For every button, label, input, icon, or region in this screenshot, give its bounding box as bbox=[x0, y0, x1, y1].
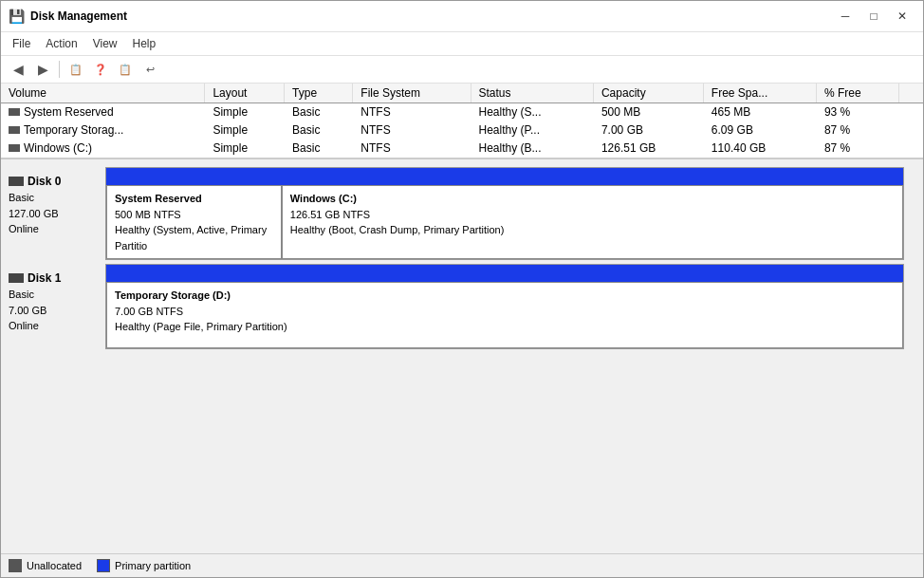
progress-segment bbox=[106, 265, 903, 282]
col-type: Basic bbox=[285, 121, 353, 140]
legend-bar: Unallocated Primary partition bbox=[1, 553, 923, 577]
col-capacity: 7.00 GB bbox=[593, 121, 703, 140]
disk-progress-bar bbox=[106, 168, 903, 185]
table-header-row: Volume Layout Type File System Status Ca… bbox=[1, 84, 923, 103]
cell-volume: Windows (C:) bbox=[1, 140, 205, 158]
disk-container: Disk 0 Basic 127.00 GB Online System Res… bbox=[1, 159, 923, 357]
progress-segment bbox=[282, 168, 903, 185]
col-pctfree: 87 % bbox=[816, 121, 898, 140]
cell-volume: Temporary Storag... bbox=[1, 121, 205, 140]
col-filesystem: NTFS bbox=[353, 121, 471, 140]
disk-partitions: Temporary Storage (D:) 7.00 GB NTFS Heal… bbox=[106, 282, 903, 348]
disk-bar-area-disk0: System Reserved 500 MB NTFS Healthy (Sys… bbox=[105, 167, 904, 260]
disk-row-disk0: Disk 0 Basic 127.00 GB Online System Res… bbox=[1, 167, 923, 260]
col-capacity[interactable]: Capacity bbox=[593, 84, 703, 103]
col-status[interactable]: Status bbox=[471, 84, 593, 103]
col-layout[interactable]: Layout bbox=[205, 84, 285, 103]
partition-size: 500 MB NTFS bbox=[115, 207, 273, 223]
app-icon: 💾 bbox=[9, 9, 25, 24]
partition-name: System Reserved bbox=[115, 191, 273, 207]
partition-size: 126.51 GB NTFS bbox=[290, 207, 895, 223]
table-row[interactable]: Temporary Storag...SimpleBasicNTFSHealth… bbox=[1, 121, 923, 140]
forward-button[interactable]: ▶ bbox=[31, 59, 54, 80]
disk-area[interactable]: Disk 0 Basic 127.00 GB Online System Res… bbox=[1, 159, 923, 553]
col-filesystem[interactable]: File System bbox=[353, 84, 471, 103]
window-controls: ─ □ ✕ bbox=[832, 7, 915, 26]
volumes-table-area: Volume Layout Type File System Status Ca… bbox=[1, 84, 923, 159]
table-row[interactable]: Windows (C:)SimpleBasicNTFSHealthy (B...… bbox=[1, 140, 923, 158]
partition-size: 7.00 GB NTFS bbox=[115, 304, 895, 320]
properties-button[interactable]: 📋 bbox=[114, 59, 137, 80]
col-freespace: 110.40 GB bbox=[703, 140, 816, 158]
progress-segment bbox=[106, 168, 282, 185]
back-button[interactable]: ◀ bbox=[7, 59, 29, 80]
toolbar: ◀ ▶ 📋 ❓ 📋 ↩ bbox=[1, 56, 923, 84]
maximize-button[interactable]: □ bbox=[860, 7, 887, 26]
col-layout: Simple bbox=[205, 140, 285, 158]
partition-status: Healthy (System, Active, Primary Partiti… bbox=[115, 222, 273, 253]
disk-type: Basic bbox=[9, 287, 98, 303]
col-status: Healthy (S... bbox=[471, 103, 593, 121]
close-button[interactable]: ✕ bbox=[889, 7, 915, 26]
disk-status: Online bbox=[9, 221, 98, 237]
primary-label: Primary partition bbox=[115, 560, 191, 571]
partition-status: Healthy (Boot, Crash Dump, Primary Parti… bbox=[290, 222, 895, 238]
col-type: Basic bbox=[285, 103, 353, 121]
console-button[interactable]: 📋 bbox=[65, 59, 87, 80]
disk-type: Basic bbox=[9, 190, 98, 206]
disk-size: 7.00 GB bbox=[9, 303, 98, 319]
menu-item-help[interactable]: Help bbox=[125, 34, 164, 53]
partition[interactable]: Temporary Storage (D:) 7.00 GB NTFS Heal… bbox=[106, 282, 903, 348]
menu-item-file[interactable]: File bbox=[5, 34, 38, 53]
main-window: 💾 Disk Management ─ □ ✕ FileActionViewHe… bbox=[0, 0, 924, 578]
col-pctfree: 93 % bbox=[816, 103, 898, 121]
col-layout: Simple bbox=[205, 121, 285, 140]
disk-label-disk1: Disk 1 Basic 7.00 GB Online bbox=[1, 264, 105, 349]
col-filesystem: NTFS bbox=[353, 140, 471, 158]
disk-size: 127.00 GB bbox=[9, 206, 98, 222]
col-pctfree: 87 % bbox=[816, 140, 898, 158]
disk-bar-area-disk1: Temporary Storage (D:) 7.00 GB NTFS Heal… bbox=[105, 264, 904, 349]
unallocated-label: Unallocated bbox=[27, 560, 82, 571]
legend-primary: Primary partition bbox=[97, 559, 191, 572]
partition-status: Healthy (Page File, Primary Partition) bbox=[115, 319, 895, 335]
legend-unallocated: Unallocated bbox=[9, 559, 82, 572]
disk-row-disk1: Disk 1 Basic 7.00 GB Online Temporary St… bbox=[1, 264, 923, 349]
toolbar-separator-1 bbox=[59, 61, 60, 78]
minimize-button[interactable]: ─ bbox=[832, 7, 859, 26]
help-button[interactable]: ❓ bbox=[89, 59, 112, 80]
col-capacity: 126.51 GB bbox=[593, 140, 703, 158]
unallocated-swatch bbox=[9, 559, 22, 572]
volume-icon bbox=[9, 144, 20, 152]
table-row[interactable]: System ReservedSimpleBasicNTFSHealthy (S… bbox=[1, 103, 923, 121]
col-pctfree[interactable]: % Free bbox=[816, 84, 898, 103]
volume-icon bbox=[9, 126, 20, 134]
col-extra bbox=[898, 84, 923, 103]
col-status: Healthy (P... bbox=[471, 121, 593, 140]
menu-bar: FileActionViewHelp bbox=[1, 32, 923, 56]
cell-volume: System Reserved bbox=[1, 103, 205, 121]
window-title: Disk Management bbox=[30, 9, 832, 23]
disk-progress-bar bbox=[106, 265, 903, 282]
title-bar: 💾 Disk Management ─ □ ✕ bbox=[1, 1, 923, 32]
menu-item-view[interactable]: View bbox=[85, 34, 125, 53]
col-type[interactable]: Type bbox=[285, 84, 353, 103]
partition[interactable]: Windows (C:) 126.51 GB NTFS Healthy (Boo… bbox=[282, 185, 903, 259]
col-volume[interactable]: Volume bbox=[1, 84, 205, 103]
col-freespace: 6.09 GB bbox=[703, 121, 816, 140]
partition[interactable]: System Reserved 500 MB NTFS Healthy (Sys… bbox=[106, 185, 282, 259]
col-freespace[interactable]: Free Spa... bbox=[703, 84, 816, 103]
volume-icon bbox=[9, 108, 20, 116]
col-filesystem: NTFS bbox=[353, 103, 471, 121]
col-layout: Simple bbox=[205, 103, 285, 121]
col-freespace: 465 MB bbox=[703, 103, 816, 121]
disk-name: Disk 1 bbox=[9, 270, 98, 287]
disk-name: Disk 0 bbox=[9, 173, 98, 190]
primary-swatch bbox=[97, 559, 110, 572]
disk-partitions: System Reserved 500 MB NTFS Healthy (Sys… bbox=[106, 185, 903, 259]
refresh-button[interactable]: ↩ bbox=[139, 59, 161, 80]
menu-item-action[interactable]: Action bbox=[38, 34, 84, 53]
disk-icon bbox=[9, 273, 24, 283]
disk-status: Online bbox=[9, 318, 98, 334]
partition-name: Windows (C:) bbox=[290, 191, 895, 207]
